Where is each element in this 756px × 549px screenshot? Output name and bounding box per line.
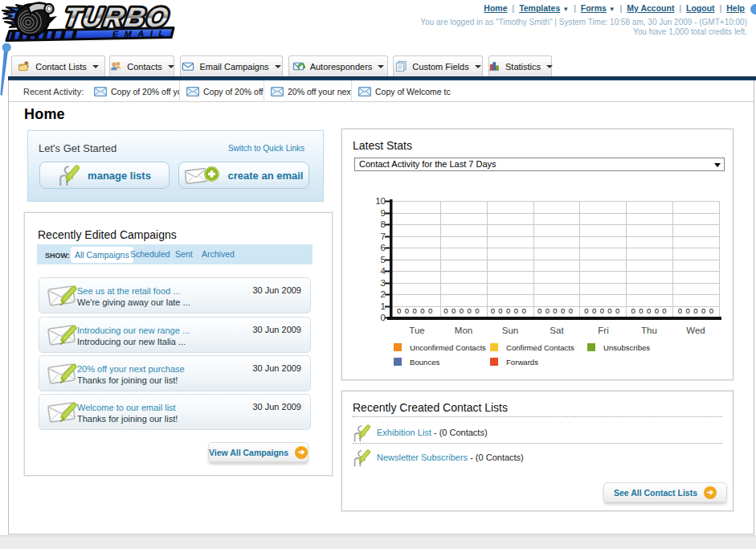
svg-text:0: 0 (561, 306, 565, 315)
svg-text:0: 0 (678, 306, 682, 315)
svg-text:0: 0 (655, 306, 659, 315)
svg-text:Sat: Sat (550, 326, 564, 335)
svg-text:0: 0 (452, 306, 456, 315)
svg-text:Unconfirmed Contacts: Unconfirmed Contacts (410, 343, 486, 352)
svg-text:0: 0 (412, 306, 416, 315)
svg-text:0: 0 (443, 306, 447, 315)
svg-text:0: 0 (662, 306, 666, 315)
svg-text:0: 0 (647, 306, 651, 315)
svg-text:8: 8 (381, 219, 386, 229)
svg-text:6: 6 (381, 243, 386, 252)
svg-text:0: 0 (615, 306, 619, 315)
svg-text:0: 0 (607, 306, 611, 315)
svg-text:0: 0 (546, 306, 550, 315)
svg-text:3: 3 (381, 278, 386, 288)
svg-text:0: 0 (685, 306, 689, 315)
svg-text:0: 0 (420, 306, 424, 315)
svg-text:Bounces: Bounces (410, 358, 440, 367)
svg-text:0: 0 (521, 306, 525, 315)
svg-text:TURBO: TURBO (62, 2, 172, 33)
svg-text:Tue: Tue (409, 326, 424, 335)
svg-text:9: 9 (381, 208, 386, 218)
svg-text:2: 2 (381, 289, 386, 299)
svg-text:Forwards: Forwards (506, 358, 538, 367)
svg-text:0: 0 (405, 306, 409, 315)
svg-text:0: 0 (631, 306, 635, 315)
svg-text:0: 0 (467, 306, 471, 315)
svg-text:0: 0 (600, 306, 604, 315)
svg-text:0: 0 (569, 306, 573, 315)
svg-text:0: 0 (592, 306, 596, 315)
svg-text:0: 0 (584, 306, 588, 315)
svg-text:0: 0 (514, 306, 518, 315)
svg-text:0: 0 (639, 306, 643, 315)
svg-text:0: 0 (693, 306, 697, 315)
svg-text:5: 5 (381, 255, 386, 264)
svg-text:Wed: Wed (686, 326, 705, 335)
svg-text:0: 0 (537, 306, 541, 315)
svg-text:Thu: Thu (641, 326, 657, 335)
svg-text:Unsubscribes: Unsubscribes (603, 343, 650, 352)
svg-text:Fri: Fri (598, 326, 608, 335)
svg-text:0: 0 (553, 306, 557, 315)
svg-text:1: 1 (381, 301, 386, 311)
svg-text:0: 0 (506, 306, 510, 315)
svg-text:Confirmed Contacts: Confirmed Contacts (506, 343, 574, 352)
svg-text:0: 0 (475, 306, 479, 315)
svg-text:7: 7 (381, 231, 386, 241)
svg-text:0: 0 (460, 306, 464, 315)
svg-text:0: 0 (397, 306, 401, 315)
svg-text:0: 0 (701, 306, 705, 315)
svg-text:4: 4 (381, 266, 386, 276)
svg-text:10: 10 (375, 196, 386, 206)
svg-text:0: 0 (428, 306, 432, 315)
svg-text:0: 0 (491, 306, 495, 315)
svg-text:0: 0 (498, 306, 502, 315)
svg-text:Sun: Sun (502, 326, 518, 335)
svg-text:Mon: Mon (455, 326, 472, 335)
svg-text:0: 0 (709, 306, 713, 315)
svg-text:0: 0 (381, 313, 386, 322)
